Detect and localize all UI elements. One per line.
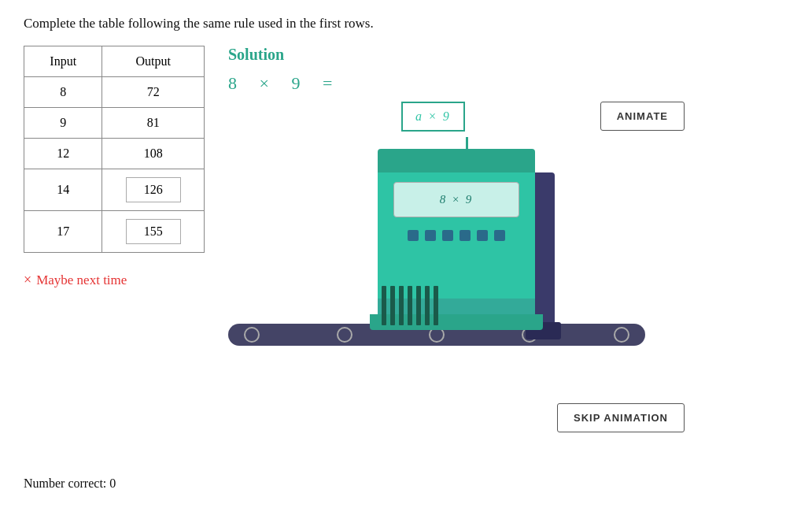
stripe	[399, 286, 404, 325]
machine-dots	[408, 230, 505, 241]
page-container: Complete the table following the same ru…	[0, 0, 812, 508]
stripe	[382, 286, 386, 325]
output-cell-3: 108	[102, 139, 205, 169]
output-cell-2: 81	[102, 108, 205, 139]
io-table: Input Output 8 72 9 81 12 108	[24, 46, 205, 253]
stripe	[416, 286, 421, 325]
eq-times: ×	[260, 73, 271, 93]
stripe	[434, 286, 438, 325]
feedback-text: Maybe next time	[36, 273, 127, 288]
feedback-message: × Maybe next time	[24, 272, 205, 288]
table-row: 8 72	[24, 77, 205, 108]
input-cell-4: 14	[24, 169, 102, 211]
stripe	[408, 286, 412, 325]
machine-dot	[494, 230, 505, 241]
input-cell-5: 17	[24, 211, 102, 253]
table-row: 14 126	[24, 169, 205, 211]
machine-dot	[460, 230, 471, 241]
col-header-input: Input	[24, 46, 102, 77]
formula-top-text: a × 9	[415, 109, 451, 123]
input-cell-3: 12	[24, 139, 102, 169]
eq-equals: =	[323, 73, 334, 93]
formula-box-top: a × 9	[401, 102, 465, 132]
solution-header: Solution	[228, 46, 788, 64]
machine-main: 8 × 9	[378, 172, 535, 298]
output-cell-1: 72	[102, 77, 205, 108]
answer-box-4[interactable]: 126	[126, 177, 181, 202]
answer-box-5[interactable]: 155	[126, 219, 181, 244]
right-panel: Solution 8 × 9 = ANIMATE a × 9	[228, 46, 788, 432]
number-correct: Number correct: 0	[24, 476, 116, 491]
input-cell-2: 9	[24, 108, 102, 139]
left-panel: Input Output 8 72 9 81 12 108	[24, 46, 205, 288]
col-header-output: Output	[102, 46, 205, 77]
instruction-text: Complete the table following the same ru…	[24, 16, 788, 32]
machine-dot	[477, 230, 488, 241]
eq-num1: 8	[228, 73, 239, 93]
x-icon: ×	[24, 272, 31, 288]
conveyor-circle	[337, 327, 352, 343]
stripe	[425, 286, 430, 325]
table-row: 12 108	[24, 139, 205, 169]
main-content: Input Output 8 72 9 81 12 108	[24, 46, 788, 432]
table-row: 17 155	[24, 211, 205, 253]
output-cell-5: 155	[102, 211, 205, 253]
machine-screen: 8 × 9	[393, 182, 519, 217]
machine-illustration: a × 9	[228, 102, 645, 393]
machine-dot	[442, 230, 453, 241]
table-row: 9 81	[24, 108, 205, 139]
machine-dot	[408, 230, 419, 241]
entry-stripes	[382, 286, 438, 325]
conveyor-circle	[244, 327, 260, 343]
machine-area: ANIMATE a × 9	[228, 102, 685, 432]
conveyor-circle	[614, 327, 629, 343]
eq-num2: 9	[291, 73, 302, 93]
machine-formula-text: 8 × 9	[440, 193, 474, 206]
machine-top-cap	[378, 149, 535, 172]
output-cell-4: 126	[102, 169, 205, 211]
solution-equation: 8 × 9 =	[228, 73, 788, 94]
input-cell-1: 8	[24, 77, 102, 108]
stripe	[390, 286, 395, 325]
machine-dot	[425, 230, 436, 241]
skip-animation-button[interactable]: SKIP ANIMATION	[557, 403, 685, 432]
